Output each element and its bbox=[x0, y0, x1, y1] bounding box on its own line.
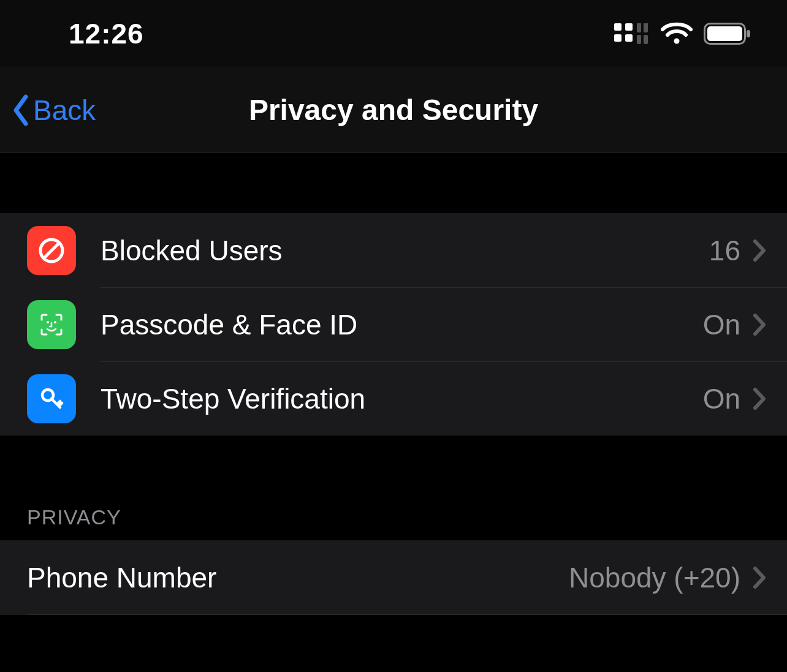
svg-rect-2 bbox=[614, 34, 622, 42]
chevron-right-icon bbox=[753, 313, 766, 336]
row-label: Phone Number bbox=[27, 561, 569, 594]
svg-line-13 bbox=[44, 243, 59, 258]
svg-point-15 bbox=[54, 321, 56, 323]
svg-point-14 bbox=[47, 321, 49, 323]
svg-rect-10 bbox=[707, 26, 742, 41]
chevron-left-icon bbox=[12, 94, 29, 126]
security-section: Blocked Users 16 Passcode & Face ID On bbox=[0, 213, 787, 436]
row-value: On bbox=[703, 308, 740, 341]
row-two-step[interactable]: Two-Step Verification On bbox=[0, 361, 787, 436]
svg-rect-0 bbox=[614, 23, 622, 31]
row-phone-number[interactable]: Phone Number Nobody (+20) bbox=[0, 540, 787, 614]
svg-rect-4 bbox=[637, 23, 641, 32]
row-label: Blocked Users bbox=[101, 234, 709, 267]
section-gap bbox=[0, 153, 787, 213]
key-icon bbox=[27, 374, 76, 423]
grid-dots-icon bbox=[614, 23, 650, 44]
page-title: Privacy and Security bbox=[0, 93, 787, 127]
row-value: Nobody (+20) bbox=[569, 561, 740, 594]
faceid-icon bbox=[27, 300, 76, 349]
chevron-right-icon bbox=[753, 387, 766, 410]
divider bbox=[27, 614, 787, 615]
svg-rect-1 bbox=[625, 23, 633, 31]
svg-rect-6 bbox=[637, 35, 641, 44]
section-gap bbox=[0, 436, 787, 505]
back-button[interactable]: Back bbox=[12, 94, 96, 127]
nav-bar: Back Privacy and Security bbox=[0, 67, 787, 153]
status-time: 12:26 bbox=[69, 17, 144, 50]
row-value: 16 bbox=[709, 234, 740, 267]
svg-point-8 bbox=[674, 39, 680, 44]
svg-rect-7 bbox=[644, 35, 648, 44]
privacy-section: Phone Number Nobody (+20) bbox=[0, 540, 787, 615]
row-label: Two-Step Verification bbox=[101, 382, 703, 415]
svg-point-17 bbox=[46, 393, 50, 397]
row-value: On bbox=[703, 382, 740, 415]
svg-rect-3 bbox=[625, 34, 633, 42]
row-blocked-users[interactable]: Blocked Users 16 bbox=[0, 213, 787, 287]
chevron-right-icon bbox=[753, 566, 766, 589]
chevron-right-icon bbox=[753, 239, 766, 262]
status-indicators bbox=[614, 22, 751, 45]
battery-icon bbox=[704, 23, 751, 45]
back-label: Back bbox=[33, 94, 96, 127]
svg-rect-11 bbox=[747, 30, 750, 37]
no-entry-icon bbox=[27, 226, 76, 275]
wifi-icon bbox=[661, 22, 693, 45]
row-label: Passcode & Face ID bbox=[101, 308, 703, 341]
row-passcode-faceid[interactable]: Passcode & Face ID On bbox=[0, 287, 787, 361]
svg-rect-5 bbox=[644, 23, 648, 32]
section-header-privacy: PRIVACY bbox=[0, 505, 787, 540]
status-bar: 12:26 bbox=[0, 0, 787, 67]
